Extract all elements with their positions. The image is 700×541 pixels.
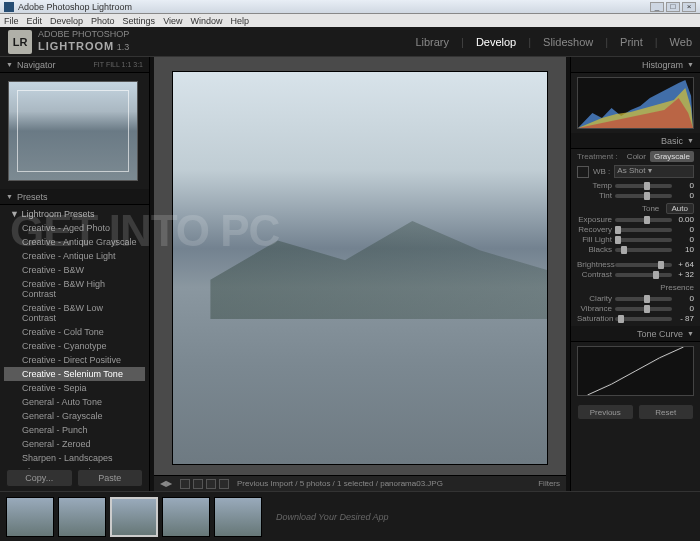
tone-curve-display[interactable]: [577, 346, 694, 396]
window-title: Adobe Photoshop Lightroom: [18, 2, 132, 12]
slider-label: Contrast: [577, 270, 615, 279]
histogram-header[interactable]: Histogram ▼: [571, 57, 700, 73]
slider-thumb[interactable]: [644, 192, 650, 200]
slider-thumb[interactable]: [615, 226, 621, 234]
menu-develop[interactable]: Develop: [50, 16, 83, 26]
menu-edit[interactable]: Edit: [27, 16, 43, 26]
tone-curve-title: Tone Curve: [637, 329, 683, 339]
slider-track[interactable]: [615, 238, 672, 242]
basic-header[interactable]: Basic ▼: [571, 133, 700, 149]
maximize-button[interactable]: □: [666, 2, 680, 12]
navigator-header[interactable]: ▼ Navigator FIT FILL 1:1 3:1: [0, 57, 149, 73]
preset-item[interactable]: Creative - Direct Positive: [4, 353, 145, 367]
slider-track[interactable]: [615, 194, 672, 198]
filmstrip-thumb[interactable]: [214, 497, 262, 537]
filmstrip-path: Previous Import / 5 photos / 1 selected …: [237, 479, 443, 488]
filmstrip-thumb-selected[interactable]: [110, 497, 158, 537]
menu-help[interactable]: Help: [231, 16, 250, 26]
preset-item[interactable]: Creative - Selenium Tone: [4, 367, 145, 381]
preset-item[interactable]: Creative - Antique Grayscale: [4, 235, 145, 249]
preset-item[interactable]: Creative - Cold Tone: [4, 325, 145, 339]
slider-label: Blacks: [577, 245, 615, 254]
presets-header[interactable]: ▼ Presets: [0, 189, 149, 205]
filters-label[interactable]: Filters: [538, 479, 560, 488]
slider-thumb[interactable]: [658, 261, 664, 269]
filmstrip-thumb[interactable]: [6, 497, 54, 537]
slider-thumb[interactable]: [615, 236, 621, 244]
menu-photo[interactable]: Photo: [91, 16, 115, 26]
preset-item[interactable]: Creative - B&W High Contrast: [4, 277, 145, 301]
compare-view-icon[interactable]: [193, 479, 203, 489]
loupe-view-icon[interactable]: [180, 479, 190, 489]
slider-label: Vibrance: [577, 304, 615, 313]
treatment-color[interactable]: Color: [623, 151, 650, 162]
slider-track[interactable]: [615, 263, 672, 267]
wb-label: WB :: [593, 167, 610, 176]
before-after-icon[interactable]: [219, 479, 229, 489]
slider-thumb[interactable]: [653, 271, 659, 279]
slider-track[interactable]: [615, 317, 672, 321]
close-button[interactable]: ×: [682, 2, 696, 12]
filmstrip: Download Your Desired App: [0, 491, 700, 541]
module-library[interactable]: Library: [415, 36, 449, 48]
triangle-left-icon[interactable]: ◀▶: [160, 479, 172, 488]
preset-item[interactable]: Creative - Sepia: [4, 381, 145, 395]
module-print[interactable]: Print: [620, 36, 643, 48]
preset-item[interactable]: General - Zeroed: [4, 437, 145, 451]
main-image-view[interactable]: [172, 71, 548, 465]
filmstrip-thumb[interactable]: [162, 497, 210, 537]
preset-item[interactable]: General - Auto Tone: [4, 395, 145, 409]
slider-temp: Temp0: [577, 181, 694, 190]
module-web[interactable]: Web: [670, 36, 692, 48]
treatment-grayscale[interactable]: Grayscale: [650, 151, 694, 162]
slider-thumb[interactable]: [644, 216, 650, 224]
menu-view[interactable]: View: [163, 16, 182, 26]
slider-track[interactable]: [615, 297, 672, 301]
module-develop[interactable]: Develop: [476, 36, 516, 48]
slider-label: Clarity: [577, 294, 615, 303]
slider-track[interactable]: [615, 273, 672, 277]
menu-file[interactable]: File: [4, 16, 19, 26]
preset-item[interactable]: Sharpen - Landscapes: [4, 451, 145, 465]
preset-item[interactable]: Creative - Antique Light: [4, 249, 145, 263]
preset-item[interactable]: General - Punch: [4, 423, 145, 437]
slider-track[interactable]: [615, 218, 672, 222]
survey-view-icon[interactable]: [206, 479, 216, 489]
minimize-button[interactable]: _: [650, 2, 664, 12]
reset-button[interactable]: Reset: [638, 404, 695, 420]
slider-thumb[interactable]: [621, 246, 627, 254]
navigator-thumbnail[interactable]: [8, 81, 138, 181]
histogram-display[interactable]: [577, 77, 694, 129]
slider-label: Exposure: [577, 215, 615, 224]
preset-item[interactable]: Creative - Cyanotype: [4, 339, 145, 353]
slider-track[interactable]: [615, 248, 672, 252]
filmstrip-thumb[interactable]: [58, 497, 106, 537]
slider-track[interactable]: [615, 307, 672, 311]
tone-curve-header[interactable]: Tone Curve ▼: [571, 326, 700, 342]
navigator-zoom-opts[interactable]: FIT FILL 1:1 3:1: [94, 61, 143, 68]
paste-button[interactable]: Paste: [77, 469, 144, 487]
wb-dropdown[interactable]: As Shot ▾: [614, 165, 694, 178]
preset-item[interactable]: General - Grayscale: [4, 409, 145, 423]
preset-group-lightroom[interactable]: ▼ Lightroom Presets: [4, 207, 145, 221]
menu-settings[interactable]: Settings: [123, 16, 156, 26]
slider-contrast: Contrast+ 32: [577, 270, 694, 279]
slider-track[interactable]: [615, 228, 672, 232]
copy-button[interactable]: Copy...: [6, 469, 73, 487]
slider-thumb[interactable]: [644, 305, 650, 313]
preset-item[interactable]: Creative - B&W Low Contrast: [4, 301, 145, 325]
slider-thumb[interactable]: [644, 295, 650, 303]
slider-label: Brightness: [577, 260, 615, 269]
auto-tone-button[interactable]: Auto: [666, 203, 694, 214]
menu-window[interactable]: Window: [190, 16, 222, 26]
preset-item[interactable]: Creative - Aged Photo: [4, 221, 145, 235]
preset-item[interactable]: Creative - B&W: [4, 263, 145, 277]
slider-thumb[interactable]: [644, 182, 650, 190]
slider-track[interactable]: [615, 184, 672, 188]
module-slideshow[interactable]: Slideshow: [543, 36, 593, 48]
previous-button[interactable]: Previous: [577, 404, 634, 420]
slider-label: Fill Light: [577, 235, 615, 244]
slider-thumb[interactable]: [618, 315, 624, 323]
eyedropper-icon[interactable]: [577, 166, 589, 178]
menubar: File Edit Develop Photo Settings View Wi…: [0, 14, 700, 27]
